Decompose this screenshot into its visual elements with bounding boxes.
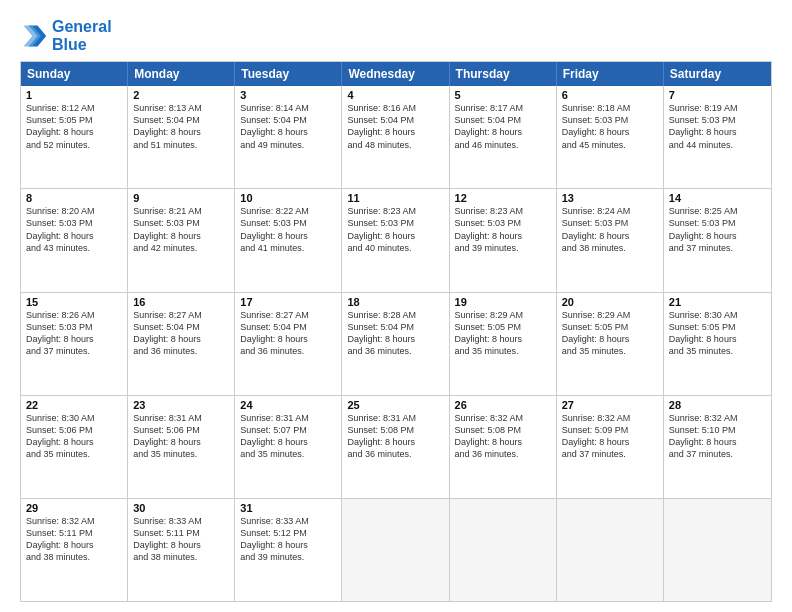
calendar-cell: 6Sunrise: 8:18 AMSunset: 5:03 PMDaylight…	[557, 86, 664, 188]
cell-text: Sunrise: 8:33 AMSunset: 5:11 PMDaylight:…	[133, 515, 229, 564]
cell-text: Sunrise: 8:29 AMSunset: 5:05 PMDaylight:…	[562, 309, 658, 358]
calendar-cell: 24Sunrise: 8:31 AMSunset: 5:07 PMDayligh…	[235, 396, 342, 498]
calendar-cell: 10Sunrise: 8:22 AMSunset: 5:03 PMDayligh…	[235, 189, 342, 291]
cell-text: Sunrise: 8:20 AMSunset: 5:03 PMDaylight:…	[26, 205, 122, 254]
calendar-cell: 14Sunrise: 8:25 AMSunset: 5:03 PMDayligh…	[664, 189, 771, 291]
cell-text: Sunrise: 8:21 AMSunset: 5:03 PMDaylight:…	[133, 205, 229, 254]
cell-text: Sunrise: 8:27 AMSunset: 5:04 PMDaylight:…	[240, 309, 336, 358]
calendar-row: 1Sunrise: 8:12 AMSunset: 5:05 PMDaylight…	[21, 86, 771, 189]
calendar-cell: 4Sunrise: 8:16 AMSunset: 5:04 PMDaylight…	[342, 86, 449, 188]
cell-text: Sunrise: 8:33 AMSunset: 5:12 PMDaylight:…	[240, 515, 336, 564]
cell-text: Sunrise: 8:29 AMSunset: 5:05 PMDaylight:…	[455, 309, 551, 358]
cell-text: Sunrise: 8:31 AMSunset: 5:07 PMDaylight:…	[240, 412, 336, 461]
day-number: 28	[669, 399, 766, 411]
day-number: 31	[240, 502, 336, 514]
cell-text: Sunrise: 8:31 AMSunset: 5:06 PMDaylight:…	[133, 412, 229, 461]
calendar-cell: 13Sunrise: 8:24 AMSunset: 5:03 PMDayligh…	[557, 189, 664, 291]
calendar-cell: 30Sunrise: 8:33 AMSunset: 5:11 PMDayligh…	[128, 499, 235, 601]
calendar-header-cell: Saturday	[664, 62, 771, 86]
calendar-header-row: SundayMondayTuesdayWednesdayThursdayFrid…	[21, 62, 771, 86]
day-number: 30	[133, 502, 229, 514]
cell-text: Sunrise: 8:23 AMSunset: 5:03 PMDaylight:…	[347, 205, 443, 254]
calendar-cell: 15Sunrise: 8:26 AMSunset: 5:03 PMDayligh…	[21, 293, 128, 395]
cell-text: Sunrise: 8:14 AMSunset: 5:04 PMDaylight:…	[240, 102, 336, 151]
day-number: 25	[347, 399, 443, 411]
calendar-header-cell: Thursday	[450, 62, 557, 86]
day-number: 27	[562, 399, 658, 411]
cell-text: Sunrise: 8:19 AMSunset: 5:03 PMDaylight:…	[669, 102, 766, 151]
calendar-cell: 26Sunrise: 8:32 AMSunset: 5:08 PMDayligh…	[450, 396, 557, 498]
calendar-header-cell: Monday	[128, 62, 235, 86]
day-number: 18	[347, 296, 443, 308]
day-number: 23	[133, 399, 229, 411]
calendar-cell	[664, 499, 771, 601]
calendar-cell: 23Sunrise: 8:31 AMSunset: 5:06 PMDayligh…	[128, 396, 235, 498]
cell-text: Sunrise: 8:28 AMSunset: 5:04 PMDaylight:…	[347, 309, 443, 358]
day-number: 17	[240, 296, 336, 308]
cell-text: Sunrise: 8:23 AMSunset: 5:03 PMDaylight:…	[455, 205, 551, 254]
calendar-cell	[450, 499, 557, 601]
calendar-cell: 8Sunrise: 8:20 AMSunset: 5:03 PMDaylight…	[21, 189, 128, 291]
day-number: 11	[347, 192, 443, 204]
cell-text: Sunrise: 8:31 AMSunset: 5:08 PMDaylight:…	[347, 412, 443, 461]
calendar-cell: 17Sunrise: 8:27 AMSunset: 5:04 PMDayligh…	[235, 293, 342, 395]
day-number: 3	[240, 89, 336, 101]
calendar-cell: 2Sunrise: 8:13 AMSunset: 5:04 PMDaylight…	[128, 86, 235, 188]
calendar-header-cell: Friday	[557, 62, 664, 86]
calendar-cell: 29Sunrise: 8:32 AMSunset: 5:11 PMDayligh…	[21, 499, 128, 601]
cell-text: Sunrise: 8:30 AMSunset: 5:06 PMDaylight:…	[26, 412, 122, 461]
page: GeneralBlue SundayMondayTuesdayWednesday…	[0, 0, 792, 612]
calendar-cell: 12Sunrise: 8:23 AMSunset: 5:03 PMDayligh…	[450, 189, 557, 291]
cell-text: Sunrise: 8:24 AMSunset: 5:03 PMDaylight:…	[562, 205, 658, 254]
calendar: SundayMondayTuesdayWednesdayThursdayFrid…	[20, 61, 772, 602]
day-number: 14	[669, 192, 766, 204]
day-number: 9	[133, 192, 229, 204]
cell-text: Sunrise: 8:32 AMSunset: 5:09 PMDaylight:…	[562, 412, 658, 461]
calendar-cell: 21Sunrise: 8:30 AMSunset: 5:05 PMDayligh…	[664, 293, 771, 395]
calendar-cell: 19Sunrise: 8:29 AMSunset: 5:05 PMDayligh…	[450, 293, 557, 395]
calendar-cell: 16Sunrise: 8:27 AMSunset: 5:04 PMDayligh…	[128, 293, 235, 395]
cell-text: Sunrise: 8:26 AMSunset: 5:03 PMDaylight:…	[26, 309, 122, 358]
calendar-header-cell: Tuesday	[235, 62, 342, 86]
calendar-row: 29Sunrise: 8:32 AMSunset: 5:11 PMDayligh…	[21, 499, 771, 601]
calendar-cell: 31Sunrise: 8:33 AMSunset: 5:12 PMDayligh…	[235, 499, 342, 601]
calendar-cell: 27Sunrise: 8:32 AMSunset: 5:09 PMDayligh…	[557, 396, 664, 498]
cell-text: Sunrise: 8:13 AMSunset: 5:04 PMDaylight:…	[133, 102, 229, 151]
day-number: 1	[26, 89, 122, 101]
calendar-cell	[342, 499, 449, 601]
cell-text: Sunrise: 8:17 AMSunset: 5:04 PMDaylight:…	[455, 102, 551, 151]
day-number: 8	[26, 192, 122, 204]
calendar-cell: 11Sunrise: 8:23 AMSunset: 5:03 PMDayligh…	[342, 189, 449, 291]
calendar-cell: 18Sunrise: 8:28 AMSunset: 5:04 PMDayligh…	[342, 293, 449, 395]
logo-icon	[20, 22, 48, 50]
cell-text: Sunrise: 8:25 AMSunset: 5:03 PMDaylight:…	[669, 205, 766, 254]
day-number: 19	[455, 296, 551, 308]
calendar-cell: 9Sunrise: 8:21 AMSunset: 5:03 PMDaylight…	[128, 189, 235, 291]
day-number: 15	[26, 296, 122, 308]
logo-text: GeneralBlue	[52, 18, 112, 53]
cell-text: Sunrise: 8:32 AMSunset: 5:11 PMDaylight:…	[26, 515, 122, 564]
day-number: 5	[455, 89, 551, 101]
calendar-row: 15Sunrise: 8:26 AMSunset: 5:03 PMDayligh…	[21, 293, 771, 396]
day-number: 7	[669, 89, 766, 101]
cell-text: Sunrise: 8:18 AMSunset: 5:03 PMDaylight:…	[562, 102, 658, 151]
calendar-cell: 3Sunrise: 8:14 AMSunset: 5:04 PMDaylight…	[235, 86, 342, 188]
cell-text: Sunrise: 8:22 AMSunset: 5:03 PMDaylight:…	[240, 205, 336, 254]
calendar-body: 1Sunrise: 8:12 AMSunset: 5:05 PMDaylight…	[21, 86, 771, 601]
calendar-cell	[557, 499, 664, 601]
day-number: 20	[562, 296, 658, 308]
header: GeneralBlue	[20, 18, 772, 53]
cell-text: Sunrise: 8:32 AMSunset: 5:08 PMDaylight:…	[455, 412, 551, 461]
cell-text: Sunrise: 8:32 AMSunset: 5:10 PMDaylight:…	[669, 412, 766, 461]
day-number: 12	[455, 192, 551, 204]
day-number: 4	[347, 89, 443, 101]
cell-text: Sunrise: 8:16 AMSunset: 5:04 PMDaylight:…	[347, 102, 443, 151]
calendar-cell: 7Sunrise: 8:19 AMSunset: 5:03 PMDaylight…	[664, 86, 771, 188]
calendar-cell: 22Sunrise: 8:30 AMSunset: 5:06 PMDayligh…	[21, 396, 128, 498]
calendar-cell: 1Sunrise: 8:12 AMSunset: 5:05 PMDaylight…	[21, 86, 128, 188]
calendar-cell: 28Sunrise: 8:32 AMSunset: 5:10 PMDayligh…	[664, 396, 771, 498]
day-number: 29	[26, 502, 122, 514]
cell-text: Sunrise: 8:12 AMSunset: 5:05 PMDaylight:…	[26, 102, 122, 151]
calendar-header-cell: Wednesday	[342, 62, 449, 86]
calendar-header-cell: Sunday	[21, 62, 128, 86]
